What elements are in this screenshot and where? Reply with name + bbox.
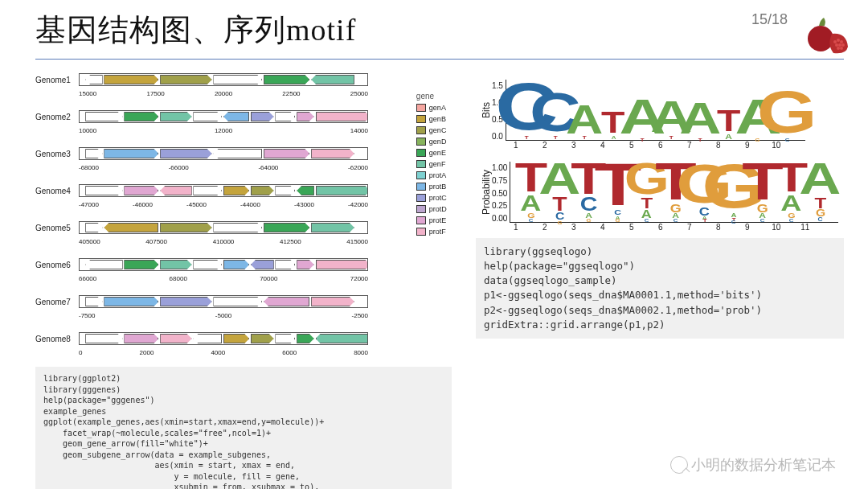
legend-item: genE <box>416 147 447 158</box>
watermark: 小明的数据分析笔记本 <box>670 455 836 475</box>
legend-item: protD <box>416 203 447 215</box>
svg-point-5 <box>838 43 841 47</box>
sequence-logo-figure: Bits1.51.00.50.0CTCTATTAATATATTAAGGC1234… <box>476 80 844 232</box>
svg-point-0 <box>808 26 833 51</box>
genome-track: Genome1 <box>35 69 452 90</box>
page-number: 15/18 <box>751 11 788 28</box>
legend-item: protE <box>416 215 447 226</box>
legend-item: protB <box>416 181 447 192</box>
wechat-icon <box>670 456 688 474</box>
genome-track: Genome2 <box>35 106 452 127</box>
code-block-ggseqlogo: library(ggseqlogo) help(package="ggseqlo… <box>476 238 844 339</box>
legend-item: protF <box>416 226 447 237</box>
svg-point-7 <box>837 47 840 50</box>
genome-track: Genome3 <box>35 143 452 164</box>
legend-item: genA <box>416 102 447 113</box>
legend-item: genD <box>416 136 447 147</box>
legend-item: protC <box>416 192 447 203</box>
genome-track: Genome5 <box>35 217 452 238</box>
svg-point-6 <box>841 43 845 47</box>
legend-item: genB <box>416 113 447 125</box>
gene-structure-figure: Genome11500017500200002250025000Genome21… <box>35 68 452 367</box>
watermark-text: 小明的数据分析笔记本 <box>691 455 836 475</box>
svg-point-8 <box>840 47 843 50</box>
legend-item: genF <box>416 158 447 170</box>
genome-track: Genome8 <box>35 328 452 349</box>
sequence-logo: Probability1.000.750.500.250.00TAGCATCGT… <box>476 162 844 232</box>
svg-point-1 <box>833 40 837 43</box>
code-block-gggenes: library(ggplot2) library(gggenes) help(p… <box>35 367 452 489</box>
gene-legend: gene genAgenBgenCgenDgenEgenFprotAprotBp… <box>416 92 447 237</box>
genome-track: Genome7 <box>35 291 452 312</box>
legend-title: gene <box>416 92 447 101</box>
divider <box>35 59 844 60</box>
sequence-logo: Bits1.51.00.50.0CTCTATTAATATATTAAGGC1234… <box>476 80 844 150</box>
slide-title: 基因结构图、序列motif <box>35 10 356 51</box>
pomegranate-icon <box>802 14 852 55</box>
genome-track: Genome4 <box>35 180 452 201</box>
svg-point-3 <box>840 40 843 43</box>
genome-track: Genome6 <box>35 254 452 275</box>
svg-point-4 <box>835 43 838 47</box>
svg-point-2 <box>837 39 840 42</box>
legend-item: genC <box>416 125 447 136</box>
legend-item: protA <box>416 170 447 181</box>
